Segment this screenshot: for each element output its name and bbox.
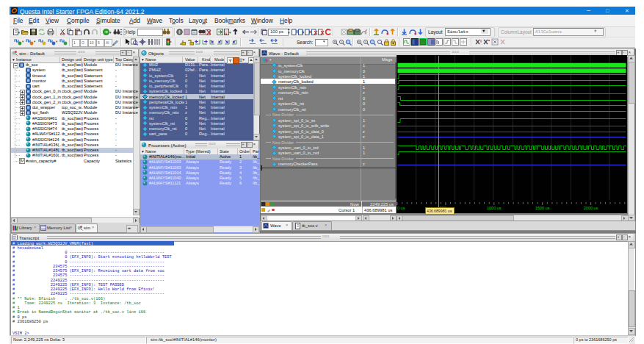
svg-text:1500 us: 1500 us (535, 206, 550, 210)
svg-text:2000 us: 2000 us (584, 206, 598, 210)
svg-text:1000 us: 1000 us (487, 206, 502, 210)
svg-text:0 us: 0 us (397, 206, 405, 210)
